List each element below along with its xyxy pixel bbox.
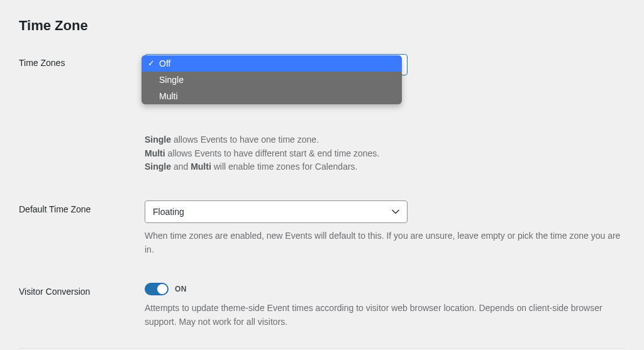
desc2-bold: Multi [145, 148, 165, 158]
desc3-mid: and [171, 161, 191, 172]
default-tz-select[interactable]: Floating [145, 200, 408, 223]
visitor-conversion-label: Visitor Conversion [19, 283, 145, 297]
desc3-bold2: Multi [191, 161, 211, 172]
desc3-rest: will enable time zones for Calendars. [211, 161, 358, 172]
page-heading: Time Zone [19, 18, 625, 34]
desc3-bold1: Single [145, 161, 171, 172]
toggle-knob [157, 284, 167, 294]
dropdown-option-off[interactable]: Off [142, 55, 402, 72]
visitor-conversion-description: Attempts to update theme-side Event time… [145, 302, 625, 329]
desc2-rest: allows Events to have different start & … [165, 148, 380, 158]
default-tz-value: Floating [153, 207, 184, 217]
dropdown-option-multi[interactable]: Multi [142, 88, 402, 104]
visitor-conversion-state: ON [175, 285, 187, 293]
time-zones-dropdown[interactable]: Off Single Multi [142, 55, 402, 104]
dropdown-option-single[interactable]: Single [142, 72, 402, 88]
separator [19, 348, 625, 349]
desc1-bold: Single [145, 134, 171, 145]
chevron-down-icon [392, 208, 399, 216]
desc1-rest: allows Events to have one time zone. [171, 134, 319, 145]
visitor-conversion-toggle[interactable] [145, 283, 169, 295]
default-tz-label: Default Time Zone [19, 200, 145, 214]
default-tz-description: When time zones are enabled, new Events … [145, 229, 625, 256]
time-zones-label: Time Zones [19, 54, 145, 68]
